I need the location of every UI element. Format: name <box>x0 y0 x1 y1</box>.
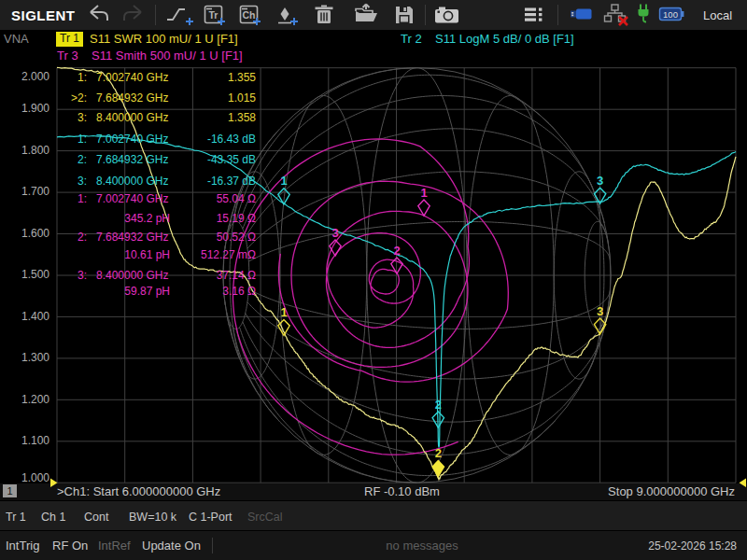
svg-text:3: 3 <box>597 304 603 318</box>
svg-text:100: 100 <box>663 9 678 20</box>
svg-text:1: 1 <box>280 174 287 188</box>
svg-text:2: 2 <box>435 446 442 460</box>
svg-text:2: 2 <box>393 244 400 258</box>
svg-text:1: 1 <box>280 305 287 319</box>
svg-text:Ch: Ch <box>243 9 256 21</box>
svg-text:2: 2 <box>435 398 442 412</box>
svg-text:Tr: Tr <box>209 9 218 21</box>
svg-text:1: 1 <box>420 186 427 200</box>
svg-text:3: 3 <box>331 226 338 240</box>
svg-text:3: 3 <box>597 174 603 188</box>
